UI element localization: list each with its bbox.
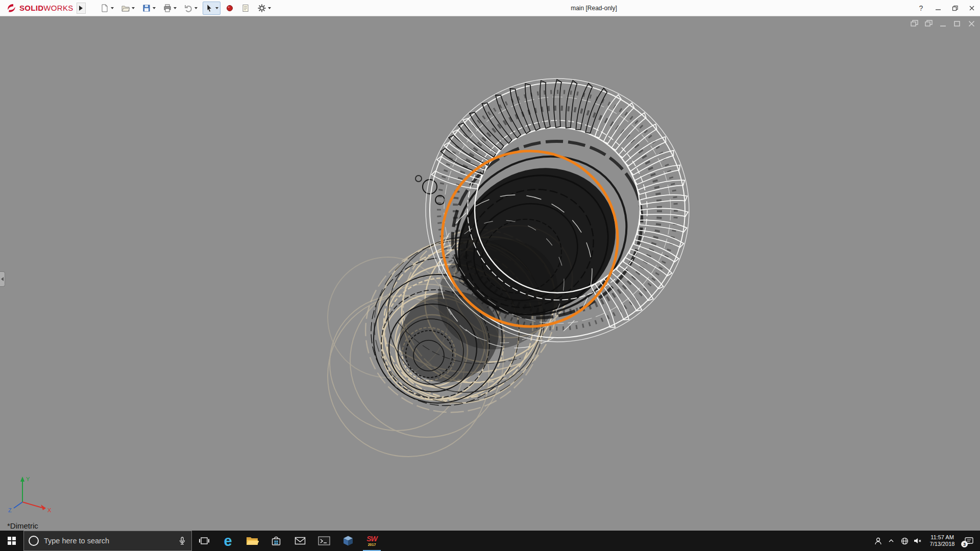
dropdown-caret-icon[interactable] (111, 7, 114, 9)
save-button[interactable] (140, 2, 158, 15)
volume-button[interactable] (911, 531, 924, 551)
doc-close-icon[interactable] (967, 19, 976, 28)
store-button[interactable] (264, 531, 288, 551)
tray-overflow-button[interactable] (885, 531, 898, 551)
network-button[interactable] (898, 531, 911, 551)
doc-window-icon[interactable] (910, 19, 919, 28)
clock-time: 11:57 AM (926, 534, 958, 541)
options-button[interactable] (255, 2, 273, 15)
dropdown-caret-icon[interactable] (174, 7, 177, 9)
title-bar: SOLIDWORKS (0, 0, 980, 16)
red-sphere-icon (226, 4, 234, 12)
open-folder-icon (121, 4, 130, 13)
ds-logo-icon (5, 3, 17, 13)
clock-date: 7/13/2018 (926, 541, 958, 547)
restore-icon (952, 5, 958, 11)
solidworks-button[interactable]: SW 2017 (360, 531, 384, 551)
solidworks-icon: SW 2017 (366, 535, 377, 546)
note-list-icon (241, 4, 250, 13)
chevron-up-icon (888, 537, 895, 544)
new-document-icon (100, 4, 109, 13)
dropdown-caret-icon[interactable] (194, 7, 198, 9)
gear-icon (257, 4, 266, 13)
restore-button[interactable] (946, 0, 963, 16)
terminal-icon (317, 535, 331, 546)
task-view-button[interactable] (192, 531, 216, 551)
window-title: main [Read-only] (571, 5, 617, 12)
brand-works-text: WORKS (43, 4, 73, 12)
engine-model-wireframe[interactable] (0, 16, 980, 531)
design-binder-button[interactable] (239, 2, 252, 15)
help-button[interactable]: ? (913, 0, 929, 16)
doc-restore-icon[interactable] (952, 19, 962, 28)
standard-toolbar (98, 2, 273, 15)
solidworks-logo: SOLIDWORKS (0, 0, 77, 16)
search-input[interactable] (44, 537, 173, 545)
mail-button[interactable] (288, 531, 312, 551)
file-explorer-icon (246, 535, 259, 546)
mail-icon (294, 536, 306, 546)
help-label: ? (919, 4, 923, 12)
speaker-mute-icon (913, 537, 922, 545)
people-button[interactable] (871, 531, 885, 551)
taskbar-clock[interactable]: 11:57 AM 7/13/2018 (926, 534, 958, 547)
terminal-button[interactable] (312, 531, 336, 551)
notification-count-badge: 3 (961, 541, 968, 547)
expand-triangle-icon (79, 6, 83, 11)
window-controls: ? (913, 0, 980, 16)
close-icon (969, 5, 975, 11)
triad-x-label: X (47, 507, 52, 513)
system-tray: 11:57 AM 7/13/2018 3 (871, 531, 980, 551)
print-button[interactable] (161, 2, 179, 15)
cube-icon (342, 535, 354, 547)
minimize-button[interactable] (929, 0, 946, 16)
edge-icon: e (224, 534, 232, 548)
select-arrow-icon (205, 4, 214, 13)
doc-window-icon[interactable] (924, 19, 933, 28)
triad-z-label: Z (8, 507, 12, 513)
dropdown-caret-icon[interactable] (132, 7, 135, 9)
dropdown-caret-icon[interactable] (268, 7, 271, 9)
brand-solid-text: SOLID (19, 4, 43, 12)
collapse-arrow-icon (1, 277, 4, 281)
cortana-icon[interactable] (29, 536, 39, 546)
dropdown-caret-icon[interactable] (215, 7, 218, 9)
dropdown-caret-icon[interactable] (153, 7, 156, 9)
file-explorer-button[interactable] (240, 531, 264, 551)
action-center-button[interactable]: 3 (960, 531, 977, 551)
save-floppy-icon (142, 4, 151, 13)
open-button[interactable] (119, 2, 137, 15)
people-icon (874, 537, 883, 545)
undo-button[interactable] (182, 2, 200, 15)
windows-logo-icon (8, 537, 16, 545)
triad-y-label: Y (26, 476, 30, 482)
start-button[interactable] (0, 531, 23, 551)
doc-minimize-icon[interactable] (938, 19, 947, 28)
taskbar: e (0, 531, 980, 551)
menu-expand-arrow[interactable] (77, 3, 86, 14)
network-globe-icon (900, 537, 909, 545)
reference-triad: Y X Z (5, 472, 56, 519)
store-icon (270, 535, 282, 547)
task-view-icon (199, 536, 210, 546)
cad-cube-button[interactable] (336, 531, 360, 551)
select-tool-button[interactable] (203, 2, 220, 15)
appearance-button[interactable] (224, 2, 236, 15)
panel-collapse-tab[interactable] (0, 271, 5, 287)
taskbar-search[interactable] (23, 531, 192, 551)
view-orientation-label: *Dimetric (7, 521, 38, 530)
close-button[interactable] (963, 0, 980, 16)
graphics-viewport[interactable]: Y X Z *Dimetric (0, 16, 980, 531)
document-window-controls (910, 19, 976, 28)
new-document-button[interactable] (98, 2, 116, 15)
minimize-icon (935, 5, 941, 11)
print-icon (163, 4, 172, 13)
edge-button[interactable]: e (216, 531, 240, 551)
solidworks-year-badge: 2017 (368, 543, 376, 546)
undo-arrow-icon (184, 4, 193, 13)
microphone-icon[interactable] (178, 536, 187, 545)
